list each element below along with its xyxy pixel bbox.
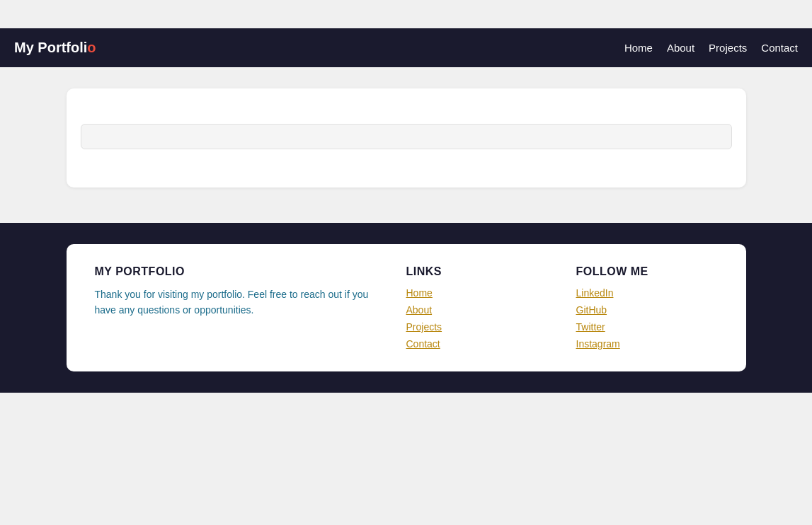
nav-link-about[interactable]: About — [667, 42, 694, 54]
footer-link-contact-anchor[interactable]: Contact — [406, 338, 440, 350]
bottom-area — [0, 393, 812, 478]
footer-about-title: MY PORTFOLIO — [95, 265, 378, 278]
footer-about-text: Thank you for visiting my portfolio. Fee… — [95, 287, 378, 318]
footer-social-twitter-anchor[interactable]: Twitter — [576, 321, 605, 333]
footer-inner: MY PORTFOLIO Thank you for visiting my p… — [67, 244, 746, 371]
footer-social-section: FOLLOW ME LinkedIn GitHub Twitter Instag… — [576, 265, 718, 350]
footer-links-list: Home About Projects Contact — [406, 287, 548, 350]
footer-links-section: LINKS Home About Projects Contact — [406, 265, 548, 350]
nav-item-about[interactable]: About — [667, 42, 694, 54]
nav-link-contact[interactable]: Contact — [761, 42, 798, 54]
nav-item-contact[interactable]: Contact — [761, 42, 798, 54]
footer-about-section: MY PORTFOLIO Thank you for visiting my p… — [95, 265, 378, 350]
footer: MY PORTFOLIO Thank you for visiting my p… — [0, 223, 812, 393]
footer-social-github[interactable]: GitHub — [576, 304, 718, 316]
footer-social-instagram-anchor[interactable]: Instagram — [576, 338, 620, 350]
content-card — [67, 88, 746, 188]
nav-brand-accent: o — [87, 40, 96, 55]
footer-social-github-anchor[interactable]: GitHub — [576, 304, 607, 316]
nav-item-home[interactable]: Home — [624, 42, 653, 54]
footer-social-twitter[interactable]: Twitter — [576, 321, 718, 333]
footer-social-linkedin-anchor[interactable]: LinkedIn — [576, 287, 614, 299]
nav-link-projects[interactable]: Projects — [709, 42, 747, 54]
footer-link-about-anchor[interactable]: About — [406, 304, 433, 316]
main-content — [0, 67, 812, 223]
navbar: My Portfolio Home About Projects Contact — [0, 28, 812, 67]
footer-social-linkedin[interactable]: LinkedIn — [576, 287, 718, 299]
footer-link-about[interactable]: About — [406, 304, 548, 316]
footer-link-contact[interactable]: Contact — [406, 338, 548, 350]
nav-links: Home About Projects Contact — [624, 42, 798, 54]
footer-social-instagram[interactable]: Instagram — [576, 338, 718, 350]
footer-link-home-anchor[interactable]: Home — [406, 287, 433, 299]
nav-brand: My Portfolio — [14, 40, 96, 56]
top-bar — [0, 0, 812, 28]
nav-link-home[interactable]: Home — [624, 42, 653, 54]
footer-link-projects-anchor[interactable]: Projects — [406, 321, 442, 333]
footer-social-list: LinkedIn GitHub Twitter Instagram — [576, 287, 718, 350]
footer-social-title: FOLLOW ME — [576, 265, 718, 278]
footer-link-home[interactable]: Home — [406, 287, 548, 299]
footer-link-projects[interactable]: Projects — [406, 321, 548, 333]
nav-item-projects[interactable]: Projects — [709, 42, 747, 54]
footer-links-title: LINKS — [406, 265, 548, 278]
content-inner-bar — [81, 124, 732, 149]
